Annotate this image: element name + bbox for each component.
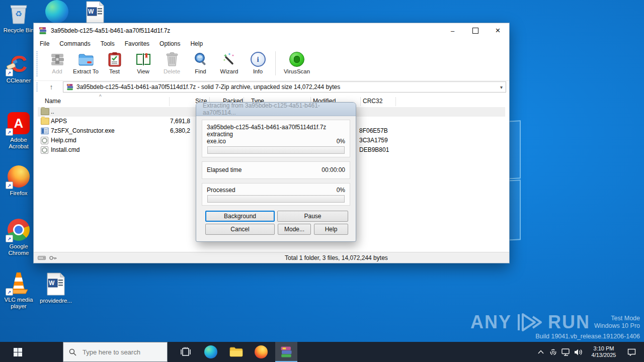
taskbar-clock[interactable]: 3:10 PM 4/13/2025 — [588, 345, 620, 358]
desktop-icon-label: providedre... — [40, 298, 72, 304]
toolbar-test-button[interactable]: Test — [100, 49, 129, 80]
desktop-icon-firefox[interactable]: ↗ Firefox — [3, 165, 34, 197]
desktop-icon-vlc[interactable]: ↗ VLC media player — [3, 272, 34, 310]
desktop-icon-adobe-acrobat[interactable]: A ↗ Adobe Acrobat — [3, 112, 34, 150]
elapsed-value: 00:00:00 — [321, 166, 345, 173]
taskbar-winrar-button[interactable] — [275, 342, 297, 362]
menu-bar: File Commands Tools Favorites Options He… — [35, 38, 508, 49]
menu-commands[interactable]: Commands — [54, 38, 95, 49]
desktop-icon-google-chrome[interactable]: ↗ Google Chrome — [3, 218, 34, 256]
file-size: 7,691,8 — [170, 118, 190, 125]
clock-time: 3:10 PM — [588, 345, 620, 352]
mode-button[interactable]: Mode... — [278, 224, 311, 235]
delete-icon — [164, 51, 180, 67]
file-name: Help.cmd — [51, 137, 76, 144]
desktop-icon-label: Google Chrome — [9, 243, 29, 256]
file-name: APPS — [51, 118, 67, 125]
search-input[interactable] — [82, 348, 159, 356]
menu-label: File — [40, 40, 49, 47]
maximize-button[interactable] — [464, 23, 487, 38]
menu-tools[interactable]: Tools — [96, 38, 120, 49]
elapsed-panel: Elapsed time 00:00:00 — [202, 161, 350, 179]
title-bar[interactable]: 3a95bdeb-c125-4a51-b461-aa70f5114d1f.7z … — [34, 23, 509, 38]
tray-volume-button[interactable] — [572, 342, 585, 362]
toolbar-info-button[interactable]: i Info — [244, 49, 272, 80]
ccleaner-icon: C ↗ — [7, 52, 30, 75]
toolbar-find-button[interactable]: Find — [186, 49, 215, 80]
background-button[interactable]: Background — [205, 211, 275, 222]
view-icon — [135, 51, 151, 67]
column-separator — [395, 97, 396, 106]
tray-agent-button[interactable] — [547, 342, 559, 362]
anyrun-logo-icon — [516, 313, 544, 332]
watermark-brand-any: ANY — [470, 314, 512, 331]
cancel-button[interactable]: Cancel — [205, 224, 275, 235]
file-crc: 8F06E57B — [359, 127, 388, 134]
desktop-icon-word-doc[interactable]: W — [79, 1, 111, 24]
cmd-file-icon — [41, 137, 48, 144]
toolbar-virusscan-button[interactable]: VirusScan — [281, 49, 313, 80]
desktop-icon-provided-doc[interactable]: W providedre... — [40, 273, 71, 304]
menu-file[interactable]: File — [35, 38, 54, 49]
key-icon[interactable] — [49, 255, 57, 261]
taskbar-firefox-button[interactable] — [250, 342, 272, 362]
search-icon — [69, 348, 76, 356]
toolbar-label: View — [137, 68, 149, 74]
action-center-button[interactable] — [623, 342, 640, 362]
processed-percent: 0% — [337, 187, 345, 194]
address-combobox[interactable]: 3a95bdeb-c125-4a51-b461-aa70f5114d1f.7z … — [63, 81, 506, 93]
column-name[interactable]: Name — [45, 98, 61, 105]
menu-favorites[interactable]: Favorites — [120, 38, 154, 49]
virusscan-icon — [289, 51, 305, 67]
close-button[interactable]: × — [487, 23, 509, 38]
add-icon — [49, 51, 65, 67]
file-name: .. — [51, 108, 54, 115]
menu-help[interactable]: Help — [185, 38, 208, 49]
shortcut-badge: ↗ — [6, 288, 13, 296]
cmd-file-icon — [41, 146, 48, 154]
toolbar-delete-button[interactable]: Delete — [157, 49, 186, 80]
shortcut-badge: ↗ — [6, 235, 13, 242]
edge-icon — [204, 345, 217, 358]
dialog-title-bar[interactable]: Extracting from 3a95bdeb-c125-4a51-b461-… — [196, 103, 356, 116]
tray-network-button[interactable] — [559, 342, 572, 362]
edge-icon — [45, 0, 68, 23]
taskbar-search[interactable] — [63, 342, 168, 362]
toolbar-view-button[interactable]: View — [129, 49, 157, 80]
dropdown-icon[interactable]: ▾ — [500, 84, 503, 90]
pause-button[interactable]: Pause — [277, 211, 348, 222]
taskbar-edge-button[interactable] — [200, 342, 222, 362]
task-view-button[interactable] — [175, 342, 197, 362]
firefox-icon: ↗ — [7, 165, 30, 188]
start-button[interactable] — [0, 342, 35, 362]
column-crc32[interactable]: CRC32 — [363, 98, 382, 105]
column-separator — [169, 97, 170, 106]
shortcut-badge: ↗ — [6, 128, 13, 136]
acrobat-letter: A — [14, 116, 24, 131]
maximize-icon — [472, 28, 478, 34]
folder-icon — [41, 118, 49, 125]
taskbar-explorer-button[interactable] — [225, 342, 247, 362]
windows-logo-icon — [14, 348, 22, 356]
desktop-icon-ccleaner[interactable]: C ↗ CCleaner — [3, 52, 34, 84]
desktop-icon-recycle-bin[interactable]: ♻ Recycle Bin — [3, 2, 34, 34]
menu-label: Tools — [101, 40, 115, 47]
desktop-icon-edge[interactable] — [41, 0, 72, 23]
system-tray: 3:10 PM 4/13/2025 — [534, 342, 644, 362]
file-name: 7zSFX_Constructor.exe — [51, 127, 115, 134]
anyrun-watermark: ANY RUN Test Mode Windows 10 Pro Build 1… — [470, 313, 640, 340]
toolbar-wizard-button[interactable]: Wizard — [215, 49, 244, 80]
up-one-level-button[interactable]: ↑ — [45, 81, 58, 93]
address-row: ↑ 3a95bdeb-c125-4a51-b461-aa70f5114d1f.7… — [34, 81, 509, 94]
tray-expand-button[interactable] — [534, 342, 547, 362]
menu-label: Favorites — [125, 40, 149, 47]
total-progress-bar — [207, 195, 345, 203]
drive-icon[interactable] — [38, 255, 46, 260]
toolbar-add-button[interactable]: Add — [43, 49, 71, 80]
recycle-bin-icon: ♻ — [7, 2, 30, 25]
menu-options[interactable]: Options — [154, 38, 185, 49]
help-button[interactable]: Help — [314, 224, 348, 235]
minimize-button[interactable]: – — [441, 23, 464, 38]
toolbar-label: Test — [109, 68, 120, 74]
toolbar-extract-button[interactable]: Extract To — [71, 49, 100, 80]
